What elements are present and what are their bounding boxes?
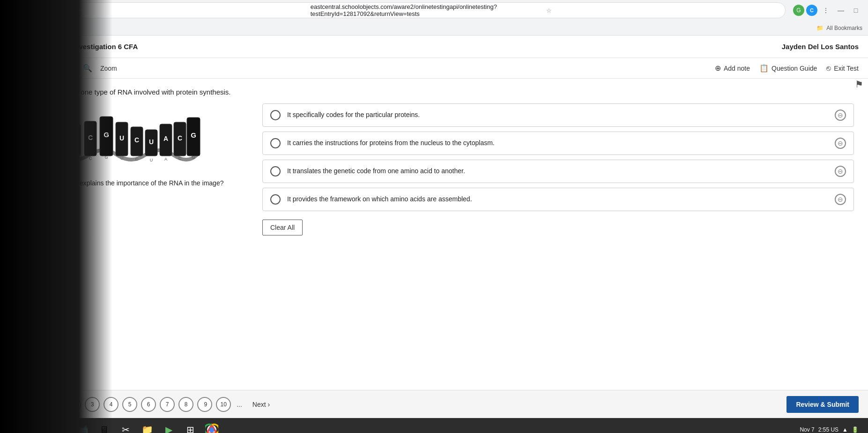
bookmark-favicon: ●: [21, 25, 24, 31]
address-bar[interactable]: 📄 eastcentral.schoolobjects.com/aware2/o…: [67, 2, 786, 18]
svg-text:C: C: [135, 157, 139, 161]
navigation-bar: ‹ Previous 1 2 3 4 5 6 7 8 9 10 ... Next…: [0, 390, 868, 418]
rna-model-image: G C A C G: [23, 103, 201, 169]
taskbar: □ 📷 📹 🖥 ✂ 📁 ▶ ⊞: [0, 418, 868, 433]
svg-text:U: U: [149, 138, 154, 146]
svg-text:C: C: [134, 136, 139, 144]
question-guide-button[interactable]: 📋 Question Guide: [759, 64, 817, 73]
previous-label: Previous: [14, 401, 39, 408]
star-icon[interactable]: ☆: [546, 7, 779, 14]
refresh-button[interactable]: ↻: [36, 4, 49, 17]
forward-button[interactable]: →: [21, 4, 34, 17]
svg-text:A: A: [73, 157, 76, 161]
apps-icon[interactable]: ⊞: [6, 23, 12, 32]
page-7[interactable]: 7: [160, 397, 175, 412]
all-bookmarks-label[interactable]: 📁 All Bookmarks: [816, 25, 862, 31]
taskbar-browser[interactable]: [52, 421, 69, 433]
clear-all-button[interactable]: Clear All: [262, 220, 303, 235]
radio-b[interactable]: [270, 138, 281, 148]
page-10[interactable]: 10: [216, 397, 231, 412]
taskbar-play[interactable]: ▶: [160, 421, 177, 433]
page-9[interactable]: 9: [197, 397, 212, 412]
menu-button[interactable]: ⋮: [819, 4, 832, 17]
svg-text:G: G: [104, 131, 109, 139]
home-button[interactable]: ⌂: [51, 4, 64, 17]
answer-option-c[interactable]: It translates the genetic code from one …: [262, 160, 854, 183]
exit-test-icon: ⎋: [826, 64, 831, 73]
test-title: 2024-2025 Biology Investigation 6 CFA: [9, 43, 138, 51]
bookmark-label[interactable]: Ed Galaxy sorse: [28, 25, 69, 31]
wifi-icon: ▲: [842, 426, 848, 433]
answer-text-c: It translates the genetic code from one …: [287, 167, 828, 176]
svg-text:G: G: [104, 155, 108, 160]
eliminate-btn-b[interactable]: ⊖: [835, 138, 846, 149]
svg-point-38: [209, 427, 214, 432]
page-6[interactable]: 6: [141, 397, 156, 412]
url-text: eastcentral.schoolobjects.com/aware2/onl…: [311, 3, 543, 17]
maximize-button[interactable]: □: [849, 4, 862, 17]
taskbar-video[interactable]: 📹: [74, 421, 91, 433]
add-note-icon: ⊕: [715, 64, 721, 73]
previous-button[interactable]: ‹ Previous: [9, 401, 39, 408]
taskbar-grid[interactable]: ⊞: [182, 421, 199, 433]
page-3[interactable]: 3: [85, 397, 100, 412]
zoom-out-icon[interactable]: 🔍: [61, 61, 75, 75]
taskbar-camera[interactable]: 📷: [31, 421, 48, 433]
battery-icon: 🔋: [852, 426, 859, 433]
answer-option-b[interactable]: It carries the instructions for proteins…: [262, 132, 854, 155]
answer-text-a: It specifically codes for the particular…: [287, 110, 828, 120]
exit-test-button[interactable]: ⎋ Exit Test: [826, 64, 859, 73]
svg-text:A: A: [164, 157, 167, 161]
ext-icon-1[interactable]: G: [793, 5, 804, 16]
page-1[interactable]: 1: [47, 397, 62, 412]
ext-icon-2[interactable]: C: [806, 5, 817, 16]
eliminate-btn-c[interactable]: ⊖: [835, 166, 846, 177]
svg-text:U: U: [120, 156, 124, 161]
answers-container: It specifically codes for the particular…: [262, 103, 854, 385]
svg-text:G: G: [191, 131, 196, 139]
ellipsis: ...: [235, 401, 244, 408]
svg-text:C: C: [88, 134, 93, 141]
add-note-button[interactable]: ⊕ Add note: [715, 64, 750, 73]
question-guide-icon: 📋: [759, 64, 769, 73]
radio-a[interactable]: [270, 110, 281, 120]
taskbar-clock: Nov 7 2:55 US ▲ 🔋: [800, 426, 859, 433]
svg-text:U: U: [119, 134, 124, 142]
answer-option-d[interactable]: It provides the framework on which amino…: [262, 188, 854, 211]
page-8[interactable]: 8: [178, 397, 193, 412]
radio-c[interactable]: [270, 166, 281, 176]
page-2[interactable]: 2: [66, 397, 81, 412]
zoom-in-icon[interactable]: 🔍: [81, 61, 95, 75]
next-button[interactable]: Next ›: [252, 401, 270, 408]
exit-test-label: Exit Test: [834, 65, 859, 72]
radio-d[interactable]: [270, 194, 281, 205]
palette-icon[interactable]: ◎: [35, 61, 49, 75]
review-submit-button[interactable]: Review & Submit: [786, 396, 859, 413]
page-4[interactable]: 4: [104, 397, 119, 412]
flag-icon[interactable]: ⚑: [855, 79, 863, 90]
taskbar-monitor[interactable]: 🖥: [96, 421, 112, 433]
svg-text:C: C: [178, 134, 182, 142]
answer-option-a[interactable]: It specifically codes for the particular…: [262, 103, 854, 127]
answer-text-d: It provides the framework on which amino…: [287, 195, 828, 204]
svg-text:G: G: [192, 155, 195, 160]
calendar-icon[interactable]: ▦: [9, 61, 23, 75]
question-guide-label: Question Guide: [772, 65, 817, 72]
minimize-button[interactable]: —: [834, 4, 847, 17]
svg-text:A: A: [72, 135, 77, 142]
back-button[interactable]: ←: [6, 4, 19, 17]
eliminate-btn-d[interactable]: ⊖: [835, 194, 846, 205]
page-5[interactable]: 5: [122, 397, 137, 412]
divider-2: [55, 63, 55, 74]
next-label: Next: [252, 401, 266, 408]
taskbar-scissors[interactable]: ✂: [117, 421, 134, 433]
answer-text-b: It carries the instructions for proteins…: [287, 139, 828, 148]
eliminate-btn-a[interactable]: ⊖: [835, 110, 846, 121]
question-prompt: 1. The model shows one type of RNA invol…: [14, 88, 854, 96]
prev-icon: ‹: [9, 401, 12, 408]
taskbar-chrome[interactable]: [203, 421, 220, 433]
svg-text:U: U: [150, 158, 153, 162]
taskbar-folder[interactable]: 📁: [139, 421, 156, 433]
taskbar-file[interactable]: □: [9, 421, 26, 433]
question-subtext: Which of the following explains the impo…: [14, 178, 230, 188]
